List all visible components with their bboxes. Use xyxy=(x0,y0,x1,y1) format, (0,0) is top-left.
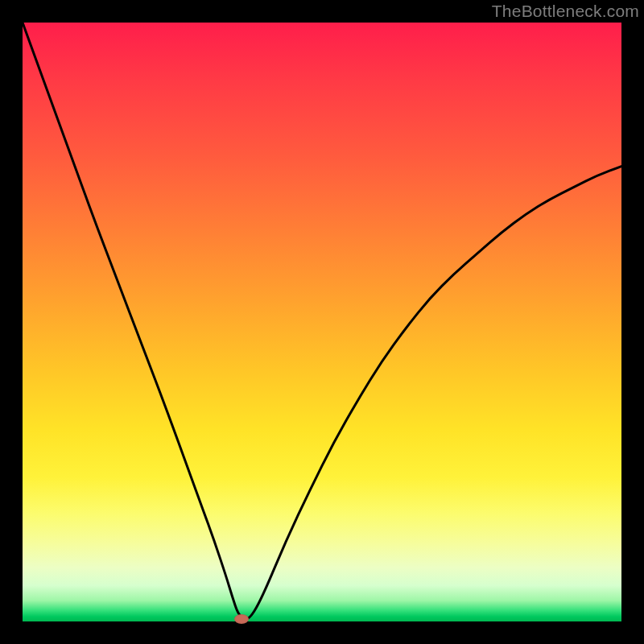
bottleneck-curve xyxy=(23,23,621,621)
chart-plot-area xyxy=(23,23,621,621)
chart-frame: TheBottleneck.com xyxy=(0,0,644,644)
watermark-text: TheBottleneck.com xyxy=(492,2,639,21)
optimum-marker xyxy=(234,614,249,624)
